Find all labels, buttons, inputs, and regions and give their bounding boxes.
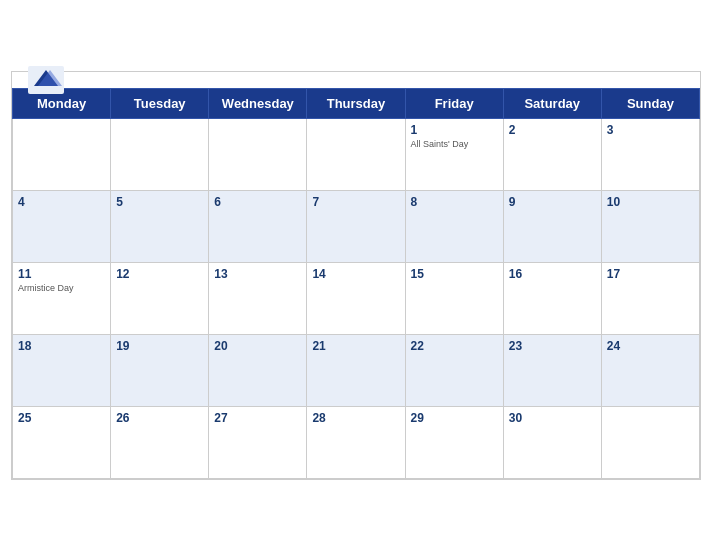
calendar-cell xyxy=(111,118,209,190)
day-number: 30 xyxy=(509,411,596,425)
day-number: 9 xyxy=(509,195,596,209)
day-number: 8 xyxy=(411,195,498,209)
day-number: 24 xyxy=(607,339,694,353)
weekday-header-tuesday: Tuesday xyxy=(111,88,209,118)
week-row-3: 11Armistice Day121314151617 xyxy=(13,262,700,334)
day-number: 25 xyxy=(18,411,105,425)
calendar-cell: 21 xyxy=(307,334,405,406)
calendar-cell: 29 xyxy=(405,406,503,478)
calendar-cell: 30 xyxy=(503,406,601,478)
weekday-header-friday: Friday xyxy=(405,88,503,118)
day-number: 5 xyxy=(116,195,203,209)
day-number: 18 xyxy=(18,339,105,353)
calendar-cell: 7 xyxy=(307,190,405,262)
calendar-cell: 9 xyxy=(503,190,601,262)
weekday-header-wednesday: Wednesday xyxy=(209,88,307,118)
calendar-cell xyxy=(307,118,405,190)
day-number: 27 xyxy=(214,411,301,425)
calendar-cell: 5 xyxy=(111,190,209,262)
week-row-4: 18192021222324 xyxy=(13,334,700,406)
day-number: 4 xyxy=(18,195,105,209)
week-row-2: 45678910 xyxy=(13,190,700,262)
calendar-cell: 16 xyxy=(503,262,601,334)
day-number: 26 xyxy=(116,411,203,425)
day-number: 17 xyxy=(607,267,694,281)
day-number: 11 xyxy=(18,267,105,281)
calendar-cell: 4 xyxy=(13,190,111,262)
calendar-cell: 27 xyxy=(209,406,307,478)
weekday-header-row: MondayTuesdayWednesdayThursdayFridaySatu… xyxy=(13,88,700,118)
calendar-cell: 14 xyxy=(307,262,405,334)
weekday-header-saturday: Saturday xyxy=(503,88,601,118)
week-row-5: 252627282930 xyxy=(13,406,700,478)
day-number: 14 xyxy=(312,267,399,281)
holiday-name: All Saints' Day xyxy=(411,139,498,149)
calendar-cell: 18 xyxy=(13,334,111,406)
calendar-cell: 11Armistice Day xyxy=(13,262,111,334)
calendar-header xyxy=(12,72,700,88)
calendar-cell: 22 xyxy=(405,334,503,406)
day-number: 15 xyxy=(411,267,498,281)
calendar-cell: 17 xyxy=(601,262,699,334)
day-number: 13 xyxy=(214,267,301,281)
day-number: 3 xyxy=(607,123,694,137)
day-number: 1 xyxy=(411,123,498,137)
weekday-header-thursday: Thursday xyxy=(307,88,405,118)
day-number: 19 xyxy=(116,339,203,353)
generalblue-logo-icon xyxy=(28,66,64,94)
week-row-1: 1All Saints' Day23 xyxy=(13,118,700,190)
calendar-cell: 26 xyxy=(111,406,209,478)
calendar-cell xyxy=(13,118,111,190)
calendar-cell: 8 xyxy=(405,190,503,262)
calendar-cell: 13 xyxy=(209,262,307,334)
day-number: 10 xyxy=(607,195,694,209)
day-number: 7 xyxy=(312,195,399,209)
day-number: 6 xyxy=(214,195,301,209)
day-number: 2 xyxy=(509,123,596,137)
day-number: 12 xyxy=(116,267,203,281)
day-number: 28 xyxy=(312,411,399,425)
holiday-name: Armistice Day xyxy=(18,283,105,293)
calendar-cell: 12 xyxy=(111,262,209,334)
calendar-cell: 28 xyxy=(307,406,405,478)
calendar-grid: MondayTuesdayWednesdayThursdayFridaySatu… xyxy=(12,88,700,479)
calendar-cell: 3 xyxy=(601,118,699,190)
logo-area xyxy=(28,66,64,94)
day-number: 20 xyxy=(214,339,301,353)
day-number: 23 xyxy=(509,339,596,353)
weekday-header-sunday: Sunday xyxy=(601,88,699,118)
calendar-cell: 10 xyxy=(601,190,699,262)
day-number: 22 xyxy=(411,339,498,353)
calendar-cell: 19 xyxy=(111,334,209,406)
calendar-cell: 6 xyxy=(209,190,307,262)
day-number: 21 xyxy=(312,339,399,353)
calendar-cell: 2 xyxy=(503,118,601,190)
calendar-cell: 25 xyxy=(13,406,111,478)
calendar-container: MondayTuesdayWednesdayThursdayFridaySatu… xyxy=(11,71,701,480)
calendar-cell: 1All Saints' Day xyxy=(405,118,503,190)
calendar-cell: 23 xyxy=(503,334,601,406)
calendar-cell: 15 xyxy=(405,262,503,334)
day-number: 29 xyxy=(411,411,498,425)
calendar-cell: 24 xyxy=(601,334,699,406)
calendar-cell xyxy=(601,406,699,478)
calendar-cell: 20 xyxy=(209,334,307,406)
calendar-cell xyxy=(209,118,307,190)
day-number: 16 xyxy=(509,267,596,281)
